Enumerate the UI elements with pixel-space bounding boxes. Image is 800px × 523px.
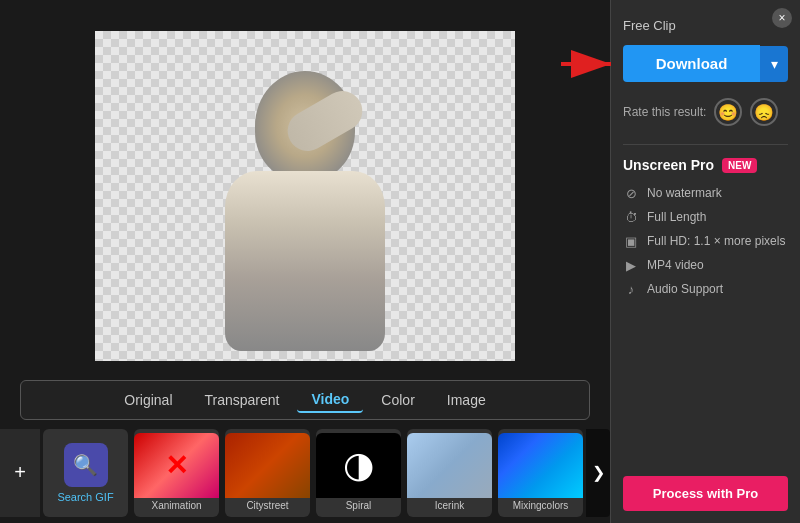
download-dropdown-button[interactable]: ▾ [760, 46, 788, 82]
arm [280, 84, 369, 159]
thumb-xanimation [134, 433, 219, 498]
full-hd-text: Full HD: 1.1 × more pixels [647, 234, 785, 248]
divider [623, 144, 788, 145]
close-icon: × [778, 11, 785, 25]
search-gif-button[interactable]: 🔍 Search GIF [43, 429, 128, 517]
tab-color[interactable]: Color [367, 388, 428, 412]
red-arrow-icon [561, 49, 621, 79]
feature-no-watermark: ⊘ No watermark [623, 185, 788, 201]
audio-text: Audio Support [647, 282, 723, 296]
feature-list: ⊘ No watermark ⏱ Full Length ▣ Full HD: … [623, 185, 788, 305]
strip-label-icerink: Icerink [407, 498, 492, 513]
subject-figure [175, 61, 435, 361]
main-container: Original Transparent Video Color Image +… [0, 0, 800, 523]
add-file-button[interactable]: + [0, 429, 40, 517]
happy-icon: 😊 [718, 103, 738, 122]
preview-area [0, 0, 610, 372]
free-clip-label: Free Clip [623, 18, 788, 33]
strip-item-xanimation[interactable]: Xanimation [134, 429, 219, 517]
pro-header: Unscreen Pro NEW [623, 157, 788, 173]
happy-emoji-button[interactable]: 😊 [714, 98, 742, 126]
next-arrow-button[interactable]: ❯ [586, 429, 610, 517]
new-badge: NEW [722, 158, 757, 173]
add-icon: + [14, 461, 26, 484]
full-length-text: Full Length [647, 210, 706, 224]
no-watermark-text: No watermark [647, 186, 722, 200]
rate-row: Rate this result: 😊 😞 [623, 98, 788, 126]
tab-original[interactable]: Original [110, 388, 186, 412]
strip-item-citystreet[interactable]: Citystreet [225, 429, 310, 517]
strip-label-mixingcolors: Mixingcolors [498, 498, 583, 513]
right-panel: × Free Clip Download ▾ Rate this result: [610, 0, 800, 523]
chevron-down-icon: ▾ [771, 56, 778, 72]
close-button[interactable]: × [772, 8, 792, 28]
tab-image[interactable]: Image [433, 388, 500, 412]
feature-full-hd: ▣ Full HD: 1.1 × more pixels [623, 233, 788, 249]
audio-icon: ♪ [623, 281, 639, 297]
canvas-preview [95, 31, 515, 361]
process-pro-button[interactable]: Process with Pro [623, 476, 788, 511]
left-panel: Original Transparent Video Color Image +… [0, 0, 610, 523]
strip-label-spiral: Spiral [316, 498, 401, 513]
search-icon: 🔍 [73, 453, 98, 477]
tab-video[interactable]: Video [297, 387, 363, 413]
bottom-strip: + 🔍 Search GIF Xanimation City [0, 428, 610, 523]
strip-label-citystreet: Citystreet [225, 498, 310, 513]
strip-item-mixingcolors[interactable]: Mixingcolors [498, 429, 583, 517]
pro-title: Unscreen Pro [623, 157, 714, 173]
feature-mp4: ▶ MP4 video [623, 257, 788, 273]
spiral-thumb-img [316, 433, 401, 498]
mp4-text: MP4 video [647, 258, 704, 272]
sad-emoji-button[interactable]: 😞 [750, 98, 778, 126]
icerink-thumb-img [407, 433, 492, 498]
mp4-icon: ▶ [623, 257, 639, 273]
feature-audio: ♪ Audio Support [623, 281, 788, 297]
body [225, 171, 385, 351]
download-container: Download ▾ [623, 45, 788, 82]
full-hd-icon: ▣ [623, 233, 639, 249]
sad-icon: 😞 [754, 103, 774, 122]
mixing-thumb-img [498, 433, 583, 498]
thumb-mixingcolors [498, 433, 583, 498]
thumb-citystreet [225, 433, 310, 498]
search-gif-label: Search GIF [57, 491, 113, 503]
strip-item-spiral[interactable]: Spiral [316, 429, 401, 517]
feature-full-length: ⏱ Full Length [623, 209, 788, 225]
full-length-icon: ⏱ [623, 209, 639, 225]
strip-label-xanimation: Xanimation [134, 498, 219, 513]
head [255, 71, 355, 181]
tab-transparent[interactable]: Transparent [191, 388, 294, 412]
xanimation-thumb-img [134, 433, 219, 498]
rate-label: Rate this result: [623, 105, 706, 119]
thumb-spiral [316, 433, 401, 498]
strip-item-icerink[interactable]: Icerink [407, 429, 492, 517]
tabs-bar: Original Transparent Video Color Image [20, 380, 590, 420]
thumb-icerink [407, 433, 492, 498]
citystreet-thumb-img [225, 433, 310, 498]
download-button[interactable]: Download [623, 45, 760, 82]
no-watermark-icon: ⊘ [623, 185, 639, 201]
search-icon-wrap: 🔍 [64, 443, 108, 487]
chevron-right-icon: ❯ [592, 463, 605, 482]
